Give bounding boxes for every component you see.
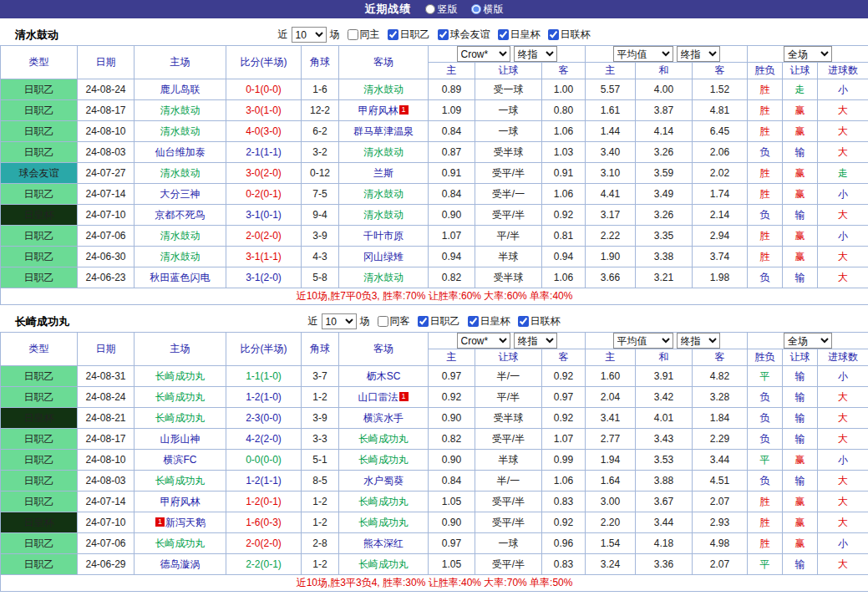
filter-checkbox-input[interactable]: [378, 316, 388, 327]
avg-time-select[interactable]: 终指: [677, 333, 720, 349]
handicap-line: 受平/半: [475, 491, 542, 512]
home-team-name[interactable]: 甲府风林: [160, 496, 201, 507]
away-team-name[interactable]: 枥木SC: [367, 370, 401, 382]
filter-checkbox-1[interactable]: 日职乙: [388, 28, 430, 42]
home-team-name[interactable]: 横滨FC: [164, 454, 197, 466]
avg-time-select[interactable]: 终指: [677, 46, 720, 62]
away-team-name[interactable]: 长崎成功丸: [358, 517, 409, 528]
away-team-name[interactable]: 长崎成功丸: [358, 454, 409, 466]
handicap-line: 半/一: [475, 471, 542, 491]
filter-checkbox-input[interactable]: [388, 29, 398, 40]
home-team-name[interactable]: 清水鼓动: [160, 167, 201, 179]
filter-checkbox-label: 同客: [390, 314, 410, 329]
home-team-name[interactable]: 山形山神: [160, 433, 201, 445]
column-header: 类型: [1, 333, 78, 366]
filter-checkbox-3[interactable]: 日皇杯: [498, 28, 541, 42]
vertical-radio-input[interactable]: [425, 4, 435, 14]
scope-select[interactable]: 全场: [784, 46, 832, 62]
filter-checkbox-2[interactable]: 日皇杯: [468, 314, 510, 329]
handicap-line: 半球: [475, 247, 542, 267]
home-odds: 1.05: [429, 554, 475, 575]
home-team-name[interactable]: 长崎成功丸: [155, 370, 206, 382]
filter-checkbox-0[interactable]: 同主: [348, 28, 380, 42]
away-odds: 0.99: [542, 450, 586, 471]
home-team-name[interactable]: 清水鼓动: [160, 125, 201, 137]
away-cell: 长崎成功丸: [339, 554, 429, 575]
home-team-name[interactable]: 清水鼓动: [160, 251, 201, 262]
result-handicap: 赢: [783, 226, 818, 247]
horizontal-radio-input[interactable]: [471, 4, 481, 14]
away-team-name[interactable]: 熊本深红: [363, 537, 404, 549]
home-team-name[interactable]: 京都不死鸟: [155, 209, 206, 221]
match-score: 3-1(2-0): [226, 267, 302, 288]
scope-header: 全场: [748, 333, 868, 349]
match-row: 日职乙24-08-03仙台维加泰2-1(1-1)3-2清水鼓动0.87受半球1.…: [1, 142, 868, 163]
home-team-name[interactable]: 仙台维加泰: [155, 146, 206, 158]
away-team-name[interactable]: 清水鼓动: [363, 84, 404, 95]
home-team-name[interactable]: 清水鼓动: [160, 104, 201, 116]
filter-checkbox-input[interactable]: [468, 316, 479, 327]
filter-checkbox-4[interactable]: 日联杯: [548, 28, 591, 42]
away-team-name[interactable]: 长崎成功丸: [358, 558, 409, 570]
avg-home-odds: 3.00: [586, 491, 636, 512]
view-option-vertical[interactable]: 竖版: [425, 3, 458, 17]
sub-column-header: 和: [636, 349, 693, 366]
away-team-name[interactable]: 横滨水手: [363, 412, 404, 424]
away-team-name[interactable]: 千叶市原: [363, 230, 404, 242]
home-team-name[interactable]: 长崎成功丸: [155, 537, 206, 549]
bookmaker-select[interactable]: Crow*: [457, 46, 510, 62]
home-team-name[interactable]: 新泻天鹅: [165, 517, 206, 528]
match-score: 2-3(0-0): [226, 408, 302, 429]
away-team-name[interactable]: 兰斯: [373, 167, 393, 179]
bookmaker-select[interactable]: Crow*: [457, 333, 510, 349]
scope-select[interactable]: 全场: [784, 333, 832, 349]
view-option-horizontal[interactable]: 横版: [471, 3, 504, 17]
home-team-name[interactable]: 长崎成功丸: [155, 412, 206, 424]
handicap-line: 半/一: [475, 366, 542, 387]
result-outcome: 平: [748, 450, 783, 471]
home-team-name[interactable]: 长崎成功丸: [155, 391, 206, 403]
away-team-name[interactable]: 水户蜀葵: [363, 475, 404, 486]
filter-checkbox-input[interactable]: [438, 29, 449, 40]
league-badge: 日职乙: [1, 142, 78, 163]
result-goals: 大: [818, 121, 868, 142]
away-cell: 兰斯: [339, 163, 429, 184]
corners-count: 4-3: [302, 247, 339, 267]
recent-count-select[interactable]: 10: [322, 313, 357, 329]
filter-checkbox-0[interactable]: 同客: [378, 314, 410, 329]
average-select[interactable]: 平均值: [613, 46, 673, 62]
average-select[interactable]: 平均值: [613, 333, 673, 349]
filter-checkbox-input[interactable]: [348, 29, 358, 40]
away-team-name[interactable]: 冈山绿雉: [363, 251, 404, 262]
away-team-name[interactable]: 山口雷法: [358, 391, 398, 403]
home-team-name[interactable]: 鹿儿岛联: [160, 84, 201, 95]
home-team-name[interactable]: 长崎成功丸: [155, 475, 206, 486]
filter-checkbox-input[interactable]: [518, 316, 529, 327]
filter-checkbox-input[interactable]: [548, 29, 559, 40]
filter-checkbox-input[interactable]: [418, 316, 429, 327]
filter-checkbox-input[interactable]: [498, 29, 509, 40]
away-team-name[interactable]: 长崎成功丸: [358, 496, 409, 507]
away-team-name[interactable]: 清水鼓动: [363, 272, 404, 283]
home-team-name[interactable]: 德岛漩涡: [160, 558, 201, 570]
book-time-select[interactable]: 终指: [514, 46, 557, 62]
recent-count-select[interactable]: 10: [292, 27, 327, 43]
away-team-name[interactable]: 甲府风林: [358, 104, 398, 116]
home-team-name[interactable]: 清水鼓动: [160, 230, 201, 242]
away-team-name[interactable]: 群马草津温泉: [353, 125, 414, 137]
filter-checkbox-2[interactable]: 球会友谊: [438, 28, 490, 42]
column-header: 客场: [339, 46, 429, 79]
match-row: 日职乙24-08-17山形山神4-2(2-0)3-3长崎成功丸0.82受平/半1…: [1, 429, 868, 450]
home-cell: 长崎成功丸: [135, 408, 226, 429]
filter-checkbox-1[interactable]: 日职乙: [418, 314, 460, 329]
filter-checkbox-3[interactable]: 日联杯: [518, 314, 561, 329]
summary-row: 近10场,胜7平0负3, 胜率:70% 让胜率:60% 大率:60% 单率:40…: [1, 288, 868, 305]
away-team-name[interactable]: 清水鼓动: [363, 209, 404, 221]
away-team-name[interactable]: 清水鼓动: [363, 188, 404, 200]
book-time-select[interactable]: 终指: [514, 333, 557, 349]
home-team-name[interactable]: 大分三神: [160, 188, 201, 200]
home-team-name[interactable]: 秋田蓝色闪电: [150, 272, 211, 283]
away-team-name[interactable]: 清水鼓动: [363, 146, 404, 158]
away-team-name[interactable]: 长崎成功丸: [358, 433, 409, 445]
league-badge: 日职乙: [1, 247, 78, 267]
